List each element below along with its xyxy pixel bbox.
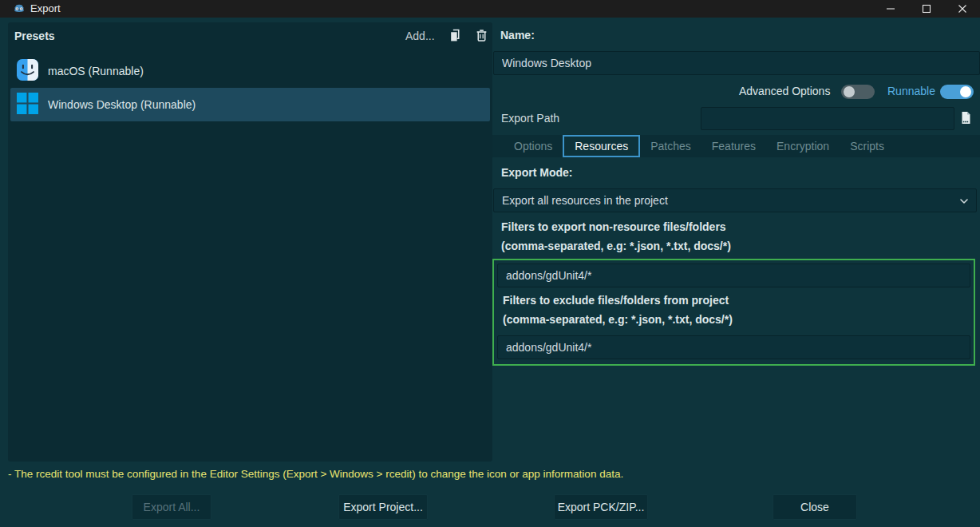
advanced-options-label: Advanced Options [739,85,830,97]
preset-item-macos[interactable]: macOS (Runnable) [10,54,490,88]
export-all-button[interactable]: Export All... [132,494,211,520]
tab-resources[interactable]: Resources [563,135,640,157]
advanced-options-toggle[interactable] [841,85,875,99]
toggle-knob [844,86,855,97]
preset-item-windows-desktop[interactable]: Windows Desktop (Runnable) [10,88,490,121]
exclude-filters-hint: (comma-separated, e.g: *.json, *.txt, do… [503,313,733,326]
tab-patches[interactable]: Patches [640,135,701,157]
duplicate-preset-button[interactable] [446,28,464,46]
duplicate-icon [449,29,462,46]
include-filters-input[interactable] [497,264,970,287]
presets-panel: Presets Add... [8,22,492,462]
export-mode-value: Export all resources in the project [502,194,668,207]
runnable-label: Runnable [887,85,935,97]
export-tabs: Options Resources Patches Features Encry… [492,135,980,157]
minimize-button[interactable] [872,0,908,18]
titlebar: Export [0,0,980,18]
export-path-browse-button[interactable] [958,111,974,127]
tab-features[interactable]: Features [701,135,766,157]
exclude-filters-label: Filters to exclude files/folders from pr… [503,294,729,307]
preset-item-label: macOS (Runnable) [48,65,144,77]
tab-options[interactable]: Options [504,135,563,157]
export-path-label: Export Path [501,112,559,125]
chevron-down-icon [958,196,970,209]
presets-header: Presets [14,30,55,42]
godot-app-icon [14,3,25,14]
preset-item-label: Windows Desktop (Runnable) [48,98,196,111]
export-path-input[interactable] [701,107,954,130]
name-input[interactable] [493,51,980,75]
tab-scripts[interactable]: Scripts [840,135,895,157]
filters-highlight-box: Filters to exclude files/folders from pr… [492,259,975,366]
export-dialog-window: Export Presets Add... [0,0,980,527]
name-label: Name: [500,29,535,42]
runnable-toggle[interactable] [940,85,974,99]
toggle-knob [960,86,971,97]
preset-list: macOS (Runnable) Windows Desktop (Runnab… [10,54,490,121]
maximize-button[interactable] [908,0,944,18]
tab-encryption[interactable]: Encryption [766,135,840,157]
macos-finder-icon [17,59,38,83]
export-mode-dropdown[interactable]: Export all resources in the project [493,188,977,212]
close-button[interactable] [944,0,980,18]
rcedit-warning-text: - The rcedit tool must be configured in … [8,468,623,480]
include-filters-hint: (comma-separated, e.g: *.json, *.txt, do… [501,240,731,252]
delete-preset-button[interactable] [472,28,490,46]
window-controls [872,0,980,18]
add-preset-button[interactable]: Add... [405,30,435,42]
export-project-button[interactable]: Export Project... [338,494,428,520]
window-title: Export [30,2,61,14]
trash-icon [475,29,488,46]
windows-logo-icon [17,93,38,117]
export-mode-label: Export Mode: [501,166,572,179]
export-pck-zip-button[interactable]: Export PCK/ZIP... [554,494,648,520]
exclude-filters-input[interactable] [497,335,970,359]
file-browse-icon [959,111,972,128]
close-dialog-button[interactable]: Close [773,494,857,520]
include-filters-label: Filters to export non-resource files/fol… [501,220,726,233]
